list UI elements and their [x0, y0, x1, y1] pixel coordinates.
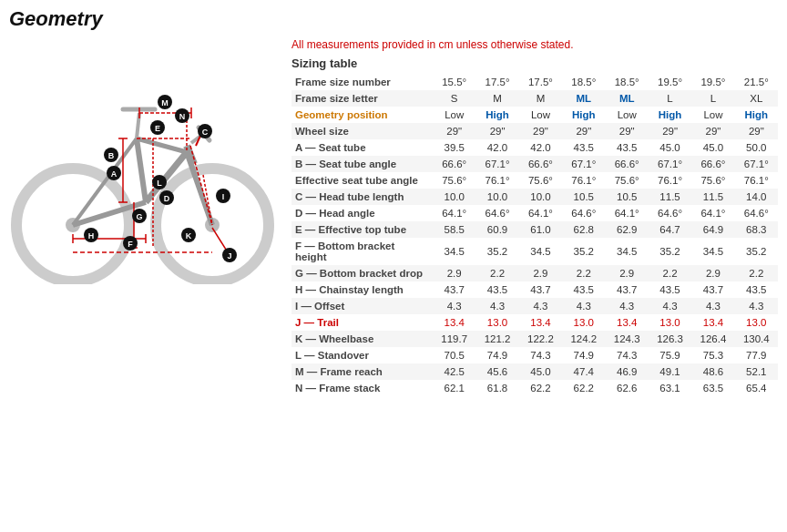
cell-value: 50.0 [735, 139, 778, 156]
cell-value: Low [691, 107, 734, 123]
cell-value: 35.2 [475, 238, 518, 265]
cell-value: 76.1° [735, 172, 778, 189]
cell-value: 10.5 [562, 189, 605, 205]
cell-value: 76.1° [562, 172, 605, 189]
cell-value: 11.5 [691, 189, 734, 205]
cell-value: High [735, 107, 778, 123]
cell-value: 13.4 [606, 314, 649, 331]
geometry-table: Frame size number15.5°17.5°17.5°18.5°18.… [291, 74, 778, 396]
cell-value: 70.5 [433, 347, 475, 363]
cell-value: 10.0 [475, 189, 518, 205]
table-row: D — Head angle64.1°64.6°64.1°64.6°64.1°6… [291, 205, 778, 221]
cell-value: 4.3 [649, 298, 691, 314]
cell-value: 13.4 [519, 314, 562, 331]
svg-text:I: I [222, 192, 225, 201]
table-row: C — Head tube length10.010.010.010.510.5… [291, 189, 778, 205]
row-label: Geometry position [291, 107, 433, 123]
cell-value: 4.3 [735, 298, 778, 314]
cell-value: 76.1° [475, 172, 518, 189]
cell-value: 45.0 [519, 363, 562, 380]
table-row: A — Seat tube39.542.042.043.543.545.045.… [291, 139, 778, 156]
cell-value: 10.0 [519, 189, 562, 205]
cell-value: 45.6 [475, 363, 518, 380]
cell-value: 49.1 [649, 363, 691, 380]
cell-value: 2.2 [562, 265, 605, 281]
svg-text:C: C [202, 128, 209, 137]
cell-value: 2.9 [606, 265, 649, 281]
cell-value: 119.7 [433, 331, 475, 347]
row-label: D — Head angle [291, 205, 433, 221]
cell-value: 43.5 [562, 139, 605, 156]
table-row: G — Bottom bracket drop2.92.22.92.22.92.… [291, 265, 778, 281]
svg-text:F: F [128, 240, 133, 249]
cell-value: 67.1° [649, 156, 691, 172]
cell-value: 29" [735, 123, 778, 139]
svg-text:M: M [161, 98, 169, 107]
cell-value: 18.5° [606, 74, 649, 90]
cell-value: 62.2 [519, 380, 562, 396]
cell-value: 29" [519, 123, 562, 139]
table-row: Wheel size29"29"29"29"29"29"29"29" [291, 123, 778, 139]
cell-value: 2.9 [433, 265, 475, 281]
cell-value: 47.4 [562, 363, 605, 380]
cell-value: 67.1° [562, 156, 605, 172]
page-title: Geometry [0, 0, 787, 38]
cell-value: 62.9 [606, 221, 649, 238]
cell-value: 64.1° [606, 205, 649, 221]
cell-value: 68.3 [735, 221, 778, 238]
cell-value: 39.5 [433, 139, 475, 156]
cell-value: 43.7 [691, 281, 734, 298]
table-row: Effective seat tube angle75.6°76.1°75.6°… [291, 172, 778, 189]
cell-value: 74.9 [562, 347, 605, 363]
row-label: Frame size letter [291, 90, 433, 107]
cell-value: 67.1° [735, 156, 778, 172]
cell-value: 64.9 [691, 221, 734, 238]
cell-value: 15.5° [433, 74, 475, 90]
sizing-label: Sizing table [291, 56, 778, 70]
cell-value: High [562, 107, 605, 123]
table-section: All measurements provided in cm unless o… [282, 38, 787, 396]
row-label: F — Bottom bracket height [291, 238, 433, 265]
cell-value: 10.5 [606, 189, 649, 205]
svg-text:H: H [88, 231, 95, 240]
cell-value: 43.5 [475, 281, 518, 298]
cell-value: 42.0 [475, 139, 518, 156]
row-label: Wheel size [291, 123, 433, 139]
cell-value: 29" [475, 123, 518, 139]
cell-value: 75.6° [606, 172, 649, 189]
cell-value: 46.9 [606, 363, 649, 380]
table-row: B — Seat tube angle66.6°67.1°66.6°67.1°6… [291, 156, 778, 172]
cell-value: 45.0 [649, 139, 691, 156]
cell-value: 64.1° [519, 205, 562, 221]
row-label: E — Effective top tube [291, 221, 433, 238]
cell-value: 13.0 [735, 314, 778, 331]
cell-value: 10.0 [433, 189, 475, 205]
cell-value: 75.9 [649, 347, 691, 363]
cell-value: 2.9 [519, 265, 562, 281]
cell-value: 75.6° [691, 172, 734, 189]
cell-value: 13.4 [691, 314, 734, 331]
row-label: Frame size number [291, 74, 433, 90]
cell-value: 75.3 [691, 347, 734, 363]
cell-value: 122.2 [519, 331, 562, 347]
cell-value: 29" [649, 123, 691, 139]
cell-value: 4.3 [562, 298, 605, 314]
row-label: G — Bottom bracket drop [291, 265, 433, 281]
row-label: N — Frame stack [291, 380, 433, 396]
cell-value: 62.6 [606, 380, 649, 396]
cell-value: 52.1 [735, 363, 778, 380]
svg-line-7 [137, 138, 187, 152]
cell-value: 2.2 [649, 265, 691, 281]
cell-value: 74.3 [606, 347, 649, 363]
cell-value: 65.4 [735, 380, 778, 396]
svg-text:E: E [155, 124, 160, 133]
cell-value: 13.0 [475, 314, 518, 331]
cell-value: 43.5 [735, 281, 778, 298]
cell-value: 124.3 [606, 331, 649, 347]
table-row: Frame size letterSMMMLMLLLXL [291, 90, 778, 107]
cell-value: 74.3 [519, 347, 562, 363]
cell-value: 29" [606, 123, 649, 139]
cell-value: 14.0 [735, 189, 778, 205]
row-label: K — Wheelbase [291, 331, 433, 347]
svg-text:L: L [157, 179, 162, 188]
